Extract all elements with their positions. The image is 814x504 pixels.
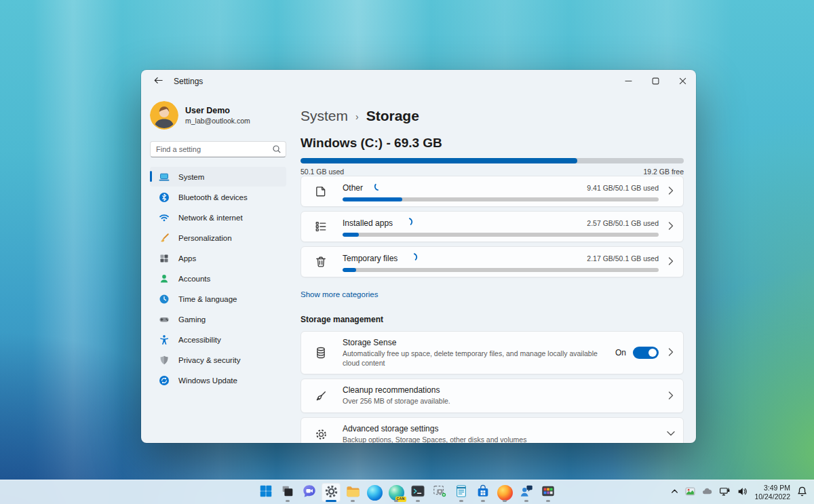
sidebar-item-label: Accessibility [178, 336, 221, 344]
feedback-hub-button[interactable] [517, 483, 536, 502]
notepad-button[interactable] [452, 483, 471, 502]
drive-usage-fill [301, 158, 577, 163]
sidebar-item-accounts[interactable]: Accounts [150, 269, 286, 288]
sidebar-item-personalization[interactable]: Personalization [150, 228, 286, 248]
show-more-categories-link[interactable]: Show more categories [301, 290, 378, 298]
drive-used-label: 50.1 GB used [301, 168, 344, 176]
media-grid-icon [541, 484, 556, 501]
feedback-person-icon [519, 484, 534, 501]
tray-app-icon [685, 486, 695, 499]
advanced-storage-settings-row[interactable]: Advanced storage settings Backup options… [301, 417, 684, 443]
microsoft-store-button[interactable] [473, 483, 492, 502]
start-button[interactable] [256, 483, 275, 502]
sidebar-item-network-internet[interactable]: Network & internet [150, 208, 286, 227]
snipping-tool-button[interactable] [430, 483, 449, 502]
chevron-right-icon [667, 390, 675, 402]
task-view-button[interactable] [278, 483, 297, 502]
back-arrow-icon [153, 75, 163, 88]
storage-sense-toggle[interactable] [633, 347, 659, 359]
category-row-temporary-files[interactable]: Temporary files 2.17 GB/50.1 GB used [301, 246, 684, 277]
person-icon [159, 273, 170, 284]
file-explorer-button[interactable] [343, 483, 362, 502]
breadcrumb-storage: Storage [366, 108, 419, 124]
category-row-installed-apps[interactable]: Installed apps 2.57 GB/50.1 GB used [301, 211, 684, 242]
tray-app-button[interactable] [685, 486, 695, 499]
breadcrumb-system[interactable]: System [301, 108, 348, 124]
sidebar-item-label: Apps [178, 254, 196, 263]
volume-button[interactable] [737, 486, 748, 500]
taskbar: CAN [0, 480, 814, 504]
clock[interactable]: 3:49 PM 10/24/2022 [754, 484, 790, 501]
notepad-icon [454, 484, 469, 501]
gamepad-icon [159, 314, 170, 325]
minimize-button[interactable] [615, 70, 642, 93]
category-usage: 9.41 GB/50.1 GB used [587, 184, 659, 192]
broom-icon [314, 390, 328, 402]
close-button[interactable] [669, 70, 696, 93]
drive-free-label: 19.2 GB free [643, 168, 684, 176]
sidebar-item-label: Network & internet [178, 214, 243, 222]
category-row-other[interactable]: Other 9.41 GB/50.1 GB used [301, 176, 684, 207]
maximize-icon [652, 75, 659, 88]
settings-window: Settings User Demo m_lab@outlook.com [141, 70, 696, 443]
settings-taskbar-button[interactable] [322, 483, 341, 502]
sidebar-item-system[interactable]: System [150, 167, 286, 187]
chevron-right-icon [667, 256, 675, 268]
cloud-icon [701, 486, 713, 500]
titlebar[interactable]: Settings [141, 70, 696, 93]
edge-canary-icon: CAN [389, 485, 404, 501]
drive-title: Windows (C:) - 69.3 GB [301, 136, 684, 151]
sidebar-item-accessibility[interactable]: Accessibility [150, 330, 286, 349]
edge-button[interactable] [365, 483, 384, 502]
advanced-storage-description: Backup options, Storage Spaces, other di… [343, 435, 651, 443]
update-icon [159, 375, 170, 386]
notifications-button[interactable] [796, 486, 808, 500]
edge-canary-button[interactable]: CAN [387, 483, 406, 502]
storage-sense-title: Storage Sense [343, 338, 607, 347]
section-title-storage-management: Storage management [301, 315, 684, 324]
tray-expand-button[interactable] [670, 486, 679, 499]
sidebar-item-bluetooth-devices[interactable]: Bluetooth & devices [150, 187, 286, 207]
sidebar-item-label: Gaming [178, 315, 206, 324]
sidebar-item-label: Personalization [178, 234, 232, 242]
cleanup-recommendations-row[interactable]: Cleanup recommendations Over 256 MB of s… [301, 379, 684, 413]
trash-icon [314, 256, 328, 268]
onedrive-button[interactable] [701, 486, 713, 500]
user-profile[interactable]: User Demo m_lab@outlook.com [150, 101, 286, 130]
terminal-button[interactable] [408, 483, 427, 502]
gear-icon [314, 428, 328, 441]
terminal-icon [410, 484, 425, 501]
sidebar-item-windows-update[interactable]: Windows Update [150, 370, 286, 390]
snipping-tool-icon [432, 484, 447, 501]
chevron-down-icon [667, 428, 675, 440]
sidebar-item-gaming[interactable]: Gaming [150, 309, 286, 329]
media-app-button[interactable] [539, 483, 558, 502]
search-input[interactable] [150, 141, 286, 157]
back-button[interactable] [149, 73, 167, 90]
sidebar-item-privacy-security[interactable]: Privacy & security [150, 350, 286, 370]
task-view-icon [280, 484, 295, 501]
network-button[interactable] [719, 486, 731, 500]
storage-sense-icon [314, 347, 328, 359]
sidebar-item-label: Windows Update [178, 376, 237, 385]
storage-sense-row[interactable]: Storage Sense Automatically free up spac… [301, 331, 684, 374]
search-icon [272, 144, 282, 157]
chat-button[interactable] [300, 483, 319, 502]
selected-indicator [150, 171, 152, 182]
firefox-button[interactable] [495, 483, 514, 502]
sidebar-item-apps[interactable]: Apps [150, 248, 286, 268]
clock-icon [159, 294, 170, 305]
windows-logo-icon [258, 484, 273, 501]
firefox-icon [497, 485, 513, 501]
advanced-storage-title: Advanced storage settings [343, 424, 651, 433]
breadcrumb: System › Storage [301, 108, 684, 124]
minimize-icon [625, 75, 632, 88]
category-usage-bar [343, 233, 659, 237]
sidebar-item-label: Time & language [178, 295, 237, 303]
toggle-knob [648, 349, 657, 357]
shield-icon [159, 355, 170, 366]
maximize-button[interactable] [642, 70, 669, 93]
chevron-right-icon [667, 185, 675, 197]
category-label: Other [343, 183, 363, 193]
sidebar-item-time-language[interactable]: Time & language [150, 289, 286, 309]
